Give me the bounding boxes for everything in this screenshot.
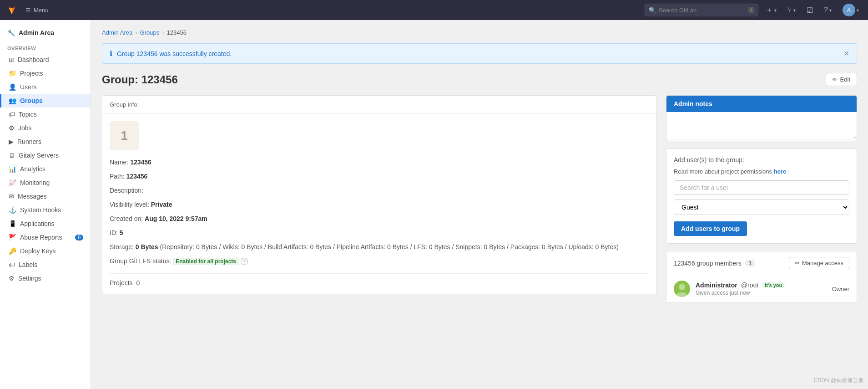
breadcrumb-current: 123456 [167,29,187,36]
member-role: Owner [832,286,849,292]
settings-icon: ⚙ [9,275,15,282]
plus-icon: ＋ [766,5,773,15]
breadcrumb-admin-area[interactable]: Admin Area [102,29,132,36]
breadcrumb: Admin Area › Groups › 123456 [102,29,857,36]
sidebar-item-system-hooks[interactable]: ⚓ System Hooks [0,203,91,217]
visibility-value: Private [151,201,172,208]
sidebar-item-labels[interactable]: 🏷 Labels [0,258,91,271]
labels-icon: 🏷 [9,261,15,268]
search-icon: 🔍 [649,7,656,14]
role-select[interactable]: Guest Reporter Developer Maintainer Owne… [674,200,849,215]
edit-icon: ✏ [833,76,838,83]
add-users-section: Add user(s) to the group: Read more abou… [666,148,857,244]
id-label: ID: [110,229,118,236]
overview-section: Overview [0,42,91,53]
chevron-down-icon: ▾ [857,8,859,13]
info-icon: ℹ [110,49,112,58]
group-id-row: ID: 5 [110,228,649,238]
top-navigation: ☰ Menu 🔍 / ＋ ▾ ⑂ ▾ ☑ ? ▾ A ▾ [0,0,868,20]
topics-icon: 🏷 [9,111,15,118]
sidebar-item-projects[interactable]: 📁 Projects [0,67,91,80]
admin-notes-header: Admin notes [666,96,857,112]
permissions-text: Read more about project permissions [674,168,772,175]
dashboard-icon: ⊞ [9,56,14,63]
abuse-reports-badge: 0 [75,235,83,241]
admin-notes-textarea[interactable] [666,112,857,139]
users-icon: 👤 [9,83,16,91]
issues-button[interactable]: ☑ [803,4,817,16]
sidebar-item-runners[interactable]: ▶ Runners [0,135,91,148]
sidebar-item-groups[interactable]: 👥 Groups [0,94,91,107]
edit-button[interactable]: ✏ Edit [826,73,857,86]
its-you-badge: It's you [762,282,785,288]
manage-access-button[interactable]: ✏ Manage access [789,257,849,269]
merge-request-icon: ⑂ [787,6,792,14]
create-new-button[interactable]: ＋ ▾ [762,4,780,17]
mr-icon-button[interactable]: ⑂ ▾ [784,4,799,16]
sidebar-item-messages[interactable]: ✉ Messages [0,189,91,203]
storage-label: Storage: [110,243,134,251]
monitoring-icon: 📈 [9,179,16,186]
member-display-name: Administrator [696,282,737,289]
path-value: 123456 [126,173,148,180]
user-profile-button[interactable]: A ▾ [839,2,863,18]
success-alert: ℹ Group 123456 was successfully created.… [102,43,857,64]
group-created-row: Created on: Aug 10, 2022 9:57am [110,214,649,224]
search-input[interactable] [659,7,746,14]
search-kbd: / [748,7,754,13]
jobs-icon: ⚙ [9,124,15,132]
sidebar-item-dashboard[interactable]: ⊞ Dashboard [0,53,91,67]
sidebar-item-settings[interactable]: ⚙ Settings [0,271,91,285]
alert-close-button[interactable]: ✕ [843,49,849,58]
members-title: 123456 group members 1 [674,260,755,267]
group-visibility-row: Visibility level: Private [110,200,649,210]
add-users-title: Add user(s) to the group: [674,156,849,164]
right-panel: Admin notes Add user(s) to the group: Re… [666,95,857,303]
abuse-icon: 🚩 [9,234,16,241]
sidebar-item-abuse-reports[interactable]: 🚩 Abuse Reports 0 [0,230,91,244]
page-header: Group: 123456 ✏ Edit [102,73,857,86]
analytics-icon: 📊 [9,165,16,173]
breadcrumb-sep-1: › [135,29,137,36]
sidebar-item-applications[interactable]: 📱 Applications [0,217,91,230]
edit-icon: ✏ [795,260,800,266]
member-avatar [674,281,690,297]
created-value: Aug 10, 2022 9:57am [145,215,207,222]
members-count-badge: 1 [745,260,756,267]
avatar: A [843,4,855,16]
menu-toggle[interactable]: ☰ Menu [22,5,52,15]
admin-notes-card: Admin notes [666,95,857,141]
sidebar-item-analytics[interactable]: 📊 Analytics [0,162,91,176]
sidebar: 🔧 Admin Area Overview ⊞ Dashboard 📁 Proj… [0,20,91,389]
messages-icon: ✉ [9,193,14,200]
gitlab-logo[interactable] [5,4,18,16]
members-title-text: 123456 group members [674,260,742,267]
question-icon: ? [824,6,828,14]
sidebar-item-users[interactable]: 👤 Users [0,80,91,94]
add-users-button[interactable]: Add users to group [674,221,747,236]
permissions-link[interactable]: here [774,168,786,175]
members-section: 123456 group members 1 ✏ Manage access [666,251,857,303]
search-user-input[interactable] [674,180,849,195]
sidebar-item-monitoring[interactable]: 📈 Monitoring [0,176,91,189]
page-title: Group: 123456 [102,73,178,86]
sidebar-item-gitaly-servers[interactable]: 🖥 Gitaly Servers [0,148,91,162]
hamburger-icon: ☰ [25,7,31,14]
breadcrumb-groups[interactable]: Groups [140,29,160,36]
permissions-link-row: Read more about project permissions here [674,168,849,175]
member-row: Administrator @root It's you Given acces… [666,275,857,302]
projects-count: 0 [136,279,140,287]
group-description-row: Description: [110,186,649,195]
breadcrumb-sep-2: › [162,29,164,36]
visibility-label: Visibility level: [110,201,149,208]
group-lfs-row: Group Git LFS status: Enabled for all pr… [110,256,649,266]
lfs-help-icon[interactable]: ? [241,258,248,265]
help-button[interactable]: ? ▾ [820,4,835,16]
sidebar-item-deploy-keys[interactable]: 🔑 Deploy Keys [0,244,91,258]
main-content: Admin Area › Groups › 123456 ℹ Group 123… [91,20,868,389]
sidebar-item-topics[interactable]: 🏷 Topics [0,107,91,121]
sidebar-item-jobs[interactable]: ⚙ Jobs [0,121,91,135]
global-search[interactable]: 🔍 / [645,4,758,16]
projects-icon: 📁 [9,70,16,77]
deploy-keys-icon: 🔑 [9,247,16,255]
